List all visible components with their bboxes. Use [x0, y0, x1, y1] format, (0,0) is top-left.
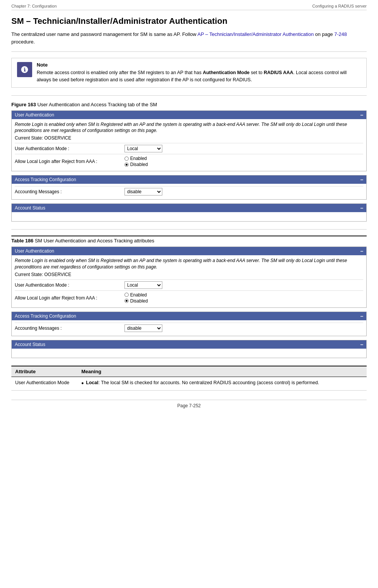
radio-enabled-label-2: Enabled — [130, 292, 147, 298]
intro-page-ref[interactable]: 7-248 — [334, 31, 347, 37]
divider2 — [11, 95, 367, 96]
divider1 — [11, 51, 367, 52]
account-status-panel-2: Account Status – — [11, 340, 367, 358]
user-auth-collapse-btn-2[interactable]: – — [360, 248, 363, 254]
divider3 — [11, 229, 367, 230]
table186-ui-wrapper: User Authentication – Remote Login is en… — [11, 247, 367, 358]
intro-text3: procedure. — [11, 39, 35, 45]
account-status-header-2: Account Status – — [12, 340, 366, 349]
radio-disabled-circle-2 — [124, 299, 129, 303]
intro-text2: on page — [315, 31, 334, 37]
auth-mode-select-2[interactable]: Local RADIUS AAA — [124, 281, 162, 289]
note-box: Note Remote access control is enabled on… — [11, 58, 367, 88]
radio-enabled-circle-2 — [124, 293, 129, 297]
accounting-row-1: Accounting Messages : disable enable — [15, 186, 363, 197]
access-tracking-body-1: Accounting Messages : disable enable — [12, 184, 366, 199]
radio-enabled-circle-1 — [124, 157, 129, 161]
allow-local-radios-1: Enabled Disabled — [124, 156, 148, 167]
accounting-row-2: Accounting Messages : disable enable — [15, 323, 363, 334]
account-status-body-2 — [12, 349, 366, 358]
auth-mode-value-2: Local RADIUS AAA — [124, 281, 162, 289]
auth-mode-row-1: User Authentication Mode : Local RADIUS … — [15, 143, 363, 154]
page-title: SM – Technician/Installer/Administrator … — [11, 16, 367, 26]
accounting-value-2: disable enable — [124, 324, 162, 332]
account-status-body-1 — [12, 212, 366, 221]
access-tracking-title-1: Access Tracking Configuration — [15, 177, 76, 182]
ui-state-1: Current State: OOSERVICE — [15, 135, 363, 141]
access-tracking-collapse-btn-1[interactable]: – — [360, 177, 363, 183]
user-auth-panel-2: User Authentication – Remote Login is en… — [11, 247, 367, 308]
allow-local-label-1: Allow Local Login after Reject from AAA … — [15, 159, 124, 164]
bullet-dot: • — [81, 380, 84, 388]
attr-table-section: Attribute Meaning User Authentication Mo… — [11, 366, 367, 391]
note-body: Remote access control is enabled only af… — [37, 69, 361, 84]
account-status-header-1: Account Status – — [12, 204, 366, 212]
section-label: Configuring a RADIUS server — [312, 4, 367, 8]
auth-mode-value-1: Local RADIUS AAA — [124, 145, 162, 152]
figure163-desc: User Authentication and Access Tracking … — [37, 102, 157, 107]
user-auth-panel-header-2: User Authentication – — [12, 247, 366, 255]
intro-link[interactable]: AP – Technician/Installer/Administrator … — [198, 31, 314, 37]
figure163-wrapper: User Authentication – Remote Login is en… — [11, 110, 367, 222]
attr-meaning-bold: Local — [86, 380, 98, 385]
page-footer: Page 7-252 — [11, 400, 367, 408]
access-tracking-header-1: Access Tracking Configuration – — [12, 175, 366, 184]
radio-disabled-1[interactable]: Disabled — [124, 162, 148, 167]
table-row: User Authentication Mode • Local: The lo… — [11, 377, 367, 391]
intro-text1: The centralized user name and password m… — [11, 31, 198, 37]
ui-italic-note-1: Remote Login is enabled only when SM is … — [15, 121, 363, 134]
intro-paragraph: The centralized user name and password m… — [11, 31, 367, 45]
user-auth-body-1: Remote Login is enabled only when SM is … — [12, 119, 366, 171]
user-auth-title-2: User Authentication — [15, 248, 54, 254]
radio-disabled-label-2: Disabled — [130, 298, 148, 304]
radio-disabled-2[interactable]: Disabled — [124, 298, 148, 304]
radio-enabled-label-1: Enabled — [130, 156, 147, 161]
radio-enabled-1[interactable]: Enabled — [124, 156, 148, 161]
user-auth-collapse-btn-1[interactable]: – — [360, 112, 363, 118]
account-status-panel-1: Account Status – — [11, 203, 367, 222]
access-tracking-panel-1: Access Tracking Configuration – Accounti… — [11, 175, 367, 200]
accounting-select-2[interactable]: disable enable — [124, 324, 162, 332]
allow-local-value-2: Enabled Disabled — [124, 292, 148, 304]
attr-table-header-row: Attribute Meaning — [11, 366, 367, 377]
allow-local-value-1: Enabled Disabled — [124, 156, 148, 167]
page-number: Page 7-252 — [177, 403, 201, 408]
allow-local-label-2: Allow Local Login after Reject from AAA … — [15, 295, 124, 301]
col-meaning: Meaning — [78, 366, 367, 377]
ui-italic-note-2: Remote Login is enabled only when SM is … — [15, 258, 363, 270]
attr-name-cell: User Authentication Mode — [11, 377, 78, 391]
radio-disabled-circle-1 — [124, 163, 129, 167]
table186-desc: SM User Authentication and Access Tracki… — [35, 238, 154, 244]
allow-local-radios-2: Enabled Disabled — [124, 292, 148, 304]
user-auth-title-1: User Authentication — [15, 112, 54, 118]
access-tracking-panel-2: Access Tracking Configuration – Accounti… — [11, 312, 367, 336]
auth-mode-select-1[interactable]: Local RADIUS AAA — [124, 145, 162, 152]
account-status-collapse-btn-1[interactable]: – — [360, 205, 363, 211]
access-tracking-collapse-btn-2[interactable]: – — [360, 313, 363, 319]
col-attribute: Attribute — [11, 366, 78, 377]
chapter-label: Chapter 7: Configuration — [11, 4, 57, 8]
attr-meaning-bullet: • Local: The local SM is checked for acc… — [81, 380, 363, 388]
allow-local-row-2: Allow Local Login after Reject from AAA … — [15, 290, 363, 305]
accounting-label-2: Accounting Messages : — [15, 326, 124, 331]
auth-mode-row-2: User Authentication Mode : Local RADIUS … — [15, 279, 363, 290]
accounting-value-1: disable enable — [124, 188, 162, 195]
user-auth-panel-1: User Authentication – Remote Login is en… — [11, 110, 367, 172]
figure163-label: Figure 163 User Authentication and Acces… — [11, 102, 367, 107]
user-auth-panel-header-1: User Authentication – — [12, 111, 366, 119]
auth-mode-label-2: User Authentication Mode : — [15, 282, 124, 288]
page-header: Chapter 7: Configuration Configuring a R… — [11, 4, 367, 10]
attr-meaning-text: Local: The local SM is checked for accou… — [86, 380, 319, 385]
attr-meaning-cell: • Local: The local SM is checked for acc… — [78, 377, 367, 391]
attr-meaning-rest: : The local SM is checked for accounts. … — [98, 380, 319, 385]
radio-disabled-label-1: Disabled — [130, 162, 148, 167]
radio-enabled-2[interactable]: Enabled — [124, 292, 148, 298]
attr-name: User Authentication Mode — [15, 380, 69, 385]
account-status-title-2: Account Status — [15, 342, 45, 347]
accounting-label-1: Accounting Messages : — [15, 189, 124, 194]
account-status-collapse-btn-2[interactable]: – — [360, 341, 363, 348]
allow-local-row-1: Allow Local Login after Reject from AAA … — [15, 154, 363, 169]
accounting-select-1[interactable]: disable enable — [124, 188, 162, 195]
account-status-title-1: Account Status — [15, 205, 45, 211]
access-tracking-title-2: Access Tracking Configuration — [15, 313, 76, 319]
